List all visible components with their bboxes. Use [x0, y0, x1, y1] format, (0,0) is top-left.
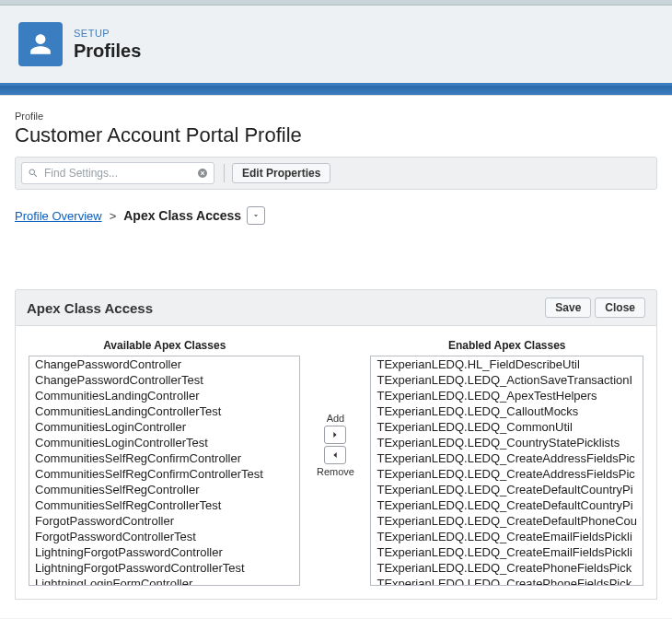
breadcrumb-overview-link[interactable]: Profile Overview — [15, 209, 102, 223]
breadcrumb-current: Apex Class Access — [123, 208, 241, 223]
list-item[interactable]: CommunitiesLandingController — [29, 388, 299, 403]
list-item[interactable]: TExperianLEDQ.LEDQ_CreateEmailFieldsPick… — [371, 529, 643, 544]
header-title: Profiles — [74, 41, 141, 62]
list-item[interactable]: TExperianLEDQ.LEDQ_CreateAddressFieldsPi… — [371, 466, 643, 482]
toolbar: Edit Properties — [15, 157, 657, 190]
clear-icon[interactable] — [196, 167, 209, 180]
enabled-heading: Enabled Apex Classes — [448, 339, 566, 352]
list-item[interactable]: LightningForgotPasswordControllerTest — [29, 560, 299, 576]
breadcrumb-dropdown-button[interactable] — [247, 206, 265, 225]
chevron-down-icon — [251, 211, 261, 220]
list-item[interactable]: TExperianLEDQ.LEDQ_CreatePhoneFieldsPick — [371, 576, 643, 586]
setup-header: SETUP Profiles — [0, 6, 672, 86]
list-item[interactable]: CommunitiesLoginController — [29, 419, 299, 435]
remove-label: Remove — [317, 466, 354, 477]
arrow-left-icon — [330, 450, 340, 460]
list-item[interactable]: TExperianLEDQ.LEDQ_CalloutMocks — [371, 403, 643, 419]
enabled-listbox[interactable]: TExperianLEDQ.HL_FieldDescribeUtilTExper… — [370, 356, 643, 586]
list-item[interactable]: CommunitiesSelfRegConfirmController — [29, 450, 299, 466]
list-item[interactable]: TExperianLEDQ.LEDQ_CreateDefaultCountryP… — [371, 482, 643, 497]
list-item[interactable]: TExperianLEDQ.LEDQ_CreateDefaultCountryP… — [371, 497, 643, 513]
list-item[interactable]: CommunitiesLoginControllerTest — [29, 435, 299, 450]
list-item[interactable]: TExperianLEDQ.LEDQ_CreateEmailFieldsPick… — [371, 544, 643, 560]
list-item[interactable]: ChangePasswordController — [29, 356, 299, 372]
list-item[interactable]: TExperianLEDQ.HL_FieldDescribeUtil — [371, 356, 643, 372]
profiles-icon — [18, 22, 63, 66]
list-item[interactable]: CommunitiesSelfRegControllerTest — [29, 497, 299, 513]
available-heading: Available Apex Classes — [103, 339, 226, 352]
list-item[interactable]: ChangePasswordControllerTest — [29, 372, 299, 388]
arrow-right-icon — [330, 430, 340, 439]
search-icon — [27, 167, 40, 180]
add-button[interactable] — [324, 426, 346, 444]
list-item[interactable]: CommunitiesSelfRegConfirmControllerTest — [29, 466, 299, 482]
list-item[interactable]: ForgotPasswordController — [29, 513, 299, 529]
breadcrumb: Profile Overview > Apex Class Access — [15, 206, 657, 225]
remove-button[interactable] — [324, 446, 346, 464]
available-listbox[interactable]: ChangePasswordControllerChangePasswordCo… — [29, 356, 300, 586]
list-item[interactable]: TExperianLEDQ.LEDQ_CreateAddressFieldsPi… — [371, 450, 643, 466]
list-item[interactable]: TExperianLEDQ.LEDQ_CountryStatePicklists — [371, 435, 643, 450]
blue-divider — [0, 86, 672, 95]
section-header: Apex Class Access Save Close — [15, 289, 657, 326]
page-title: Customer Account Portal Profile — [15, 123, 657, 147]
list-item[interactable]: TExperianLEDQ.LEDQ_CreateDefaultPhoneCou — [371, 513, 643, 529]
section-title: Apex Class Access — [27, 300, 153, 316]
header-eyebrow: SETUP — [74, 28, 141, 39]
search-input[interactable] — [21, 162, 214, 184]
list-item[interactable]: LightningForgotPasswordController — [29, 544, 299, 560]
list-item[interactable]: CommunitiesLandingControllerTest — [29, 403, 299, 419]
list-item[interactable]: TExperianLEDQ.LEDQ_CommonUtil — [371, 419, 643, 435]
close-button[interactable]: Close — [595, 298, 645, 318]
add-label: Add — [327, 413, 345, 424]
list-item[interactable]: LightningLoginFormController — [29, 576, 299, 586]
breadcrumb-sep: > — [110, 209, 117, 223]
page-eyebrow: Profile — [15, 111, 657, 122]
list-item[interactable]: CommunitiesSelfRegController — [29, 482, 299, 497]
save-button[interactable]: Save — [545, 298, 591, 318]
separator — [224, 164, 225, 182]
edit-properties-button[interactable]: Edit Properties — [232, 163, 330, 183]
list-item[interactable]: TExperianLEDQ.LEDQ_CreatePhoneFieldsPick — [371, 560, 643, 576]
list-item[interactable]: ForgotPasswordControllerTest — [29, 529, 299, 544]
list-item[interactable]: TExperianLEDQ.LEDQ_ApexTestHelpers — [371, 388, 643, 403]
list-item[interactable]: TExperianLEDQ.LEDQ_ActionSaveTransaction… — [371, 372, 643, 388]
